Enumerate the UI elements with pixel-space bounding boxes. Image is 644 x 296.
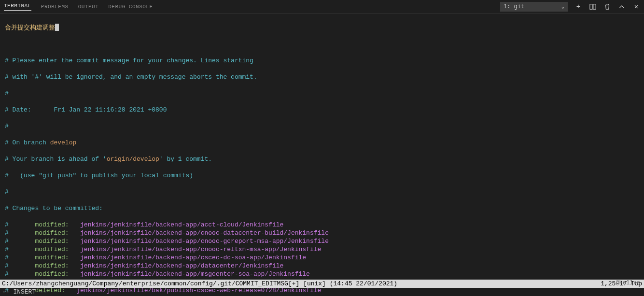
comment-hash: # — [5, 254, 35, 262]
file-entry: # modified: jenkins/jenkinsfile/backend-… — [5, 254, 639, 262]
changes-label: # Changes to be committed: — [5, 204, 103, 212]
terminal-selector-label: 1: git — [504, 3, 524, 10]
file-path: jenkins/jenkinsfile/backend-app/acct-clo… — [80, 221, 283, 229]
blank-line — [5, 40, 639, 48]
tab-problems[interactable]: PROBLEMS — [41, 4, 69, 10]
comment-line: # Please enter the commit message for yo… — [5, 56, 253, 65]
trash-icon[interactable] — [603, 3, 611, 11]
file-path: jenkins/jenkinsfile/backend-app/cnooc-gc… — [80, 237, 329, 245]
file-entry: # modified: jenkins/jenkinsfile/backend-… — [5, 270, 639, 278]
file-path: jenkins/jenkinsfile/backend-app/datacent… — [80, 262, 283, 270]
date-label: # Date: — [5, 106, 54, 114]
file-status: modified: — [35, 229, 80, 237]
terminal-controls: 1: git ⌄ + ✕ — [500, 2, 640, 12]
file-path: jenkins/jenkinsfile/backend-app/cscec-dc… — [80, 254, 306, 262]
comment-hash: # — [5, 188, 9, 196]
comment-hash: # — [5, 229, 35, 237]
file-entry: # modified: jenkins/jenkinsfile/backend-… — [5, 245, 639, 254]
file-entry: # modified: jenkins/jenkinsfile/backend-… — [5, 237, 639, 245]
file-status: modified: — [35, 221, 80, 229]
commit-message: 合并提交构建调整 — [5, 24, 55, 32]
vim-status-bar: C:/Users/zhangchenguang/Company/enterpri… — [0, 280, 644, 288]
comment-hash: # — [5, 221, 35, 229]
branch-name: develop — [50, 139, 77, 147]
ahead-prefix: # Your branch is ahead of ' — [5, 155, 107, 163]
svg-rect-0 — [590, 4, 592, 9]
terminal-content[interactable]: 合并提交构建调整 # Please enter the commit messa… — [0, 14, 644, 296]
tab-output[interactable]: OUTPUT — [78, 4, 99, 10]
file-entry: # modified: jenkins/jenkinsfile/backend-… — [5, 221, 639, 229]
file-path: jenkins/jenkinsfile/backend-app/cnooc-da… — [80, 229, 329, 237]
file-status: modified: — [35, 237, 80, 245]
comment-line: # with '#' will be ignored, and an empty… — [5, 73, 257, 81]
vim-mode: -- INSERT -- — [2, 288, 47, 296]
cursor-icon — [55, 24, 59, 31]
svg-rect-1 — [593, 4, 596, 9]
terminal-tab-bar: TERMINAL PROBLEMS OUTPUT DEBUG CONSOLE 1… — [0, 0, 644, 14]
tab-terminal[interactable]: TERMINAL — [4, 3, 31, 11]
file-status: modified: — [35, 262, 80, 270]
panel-tabs: TERMINAL PROBLEMS OUTPUT DEBUG CONSOLE — [4, 3, 153, 11]
watermark: @Hellxz — [616, 280, 640, 286]
tab-debug-console[interactable]: DEBUG CONSOLE — [108, 4, 153, 10]
file-status: modified: — [35, 254, 80, 262]
comment-hash: # — [5, 237, 35, 245]
on-branch-label: # On branch — [5, 139, 50, 147]
push-hint: # (use "git push" to publish your local … — [5, 171, 193, 180]
status-file-info: C:/Users/zhangchenguang/Company/enterpri… — [2, 280, 397, 288]
vim-mode-line: -- INSERT -- — [0, 288, 644, 296]
file-entry: # modified: jenkins/jenkinsfile/backend-… — [5, 229, 639, 237]
comment-hash: # — [5, 262, 35, 270]
comment-hash: # — [5, 245, 35, 254]
comment-hash: # — [5, 270, 35, 278]
split-icon[interactable] — [589, 3, 597, 11]
file-status: modified: — [35, 245, 80, 254]
file-entry: # modified: jenkins/jenkinsfile/backend-… — [5, 262, 639, 270]
ahead-suffix: ' by 1 commit. — [159, 155, 212, 163]
plus-icon[interactable]: + — [574, 3, 582, 11]
file-status: modified: — [35, 270, 80, 278]
chevron-up-icon[interactable] — [618, 3, 626, 11]
comment-hash: # — [5, 89, 9, 98]
terminal-selector[interactable]: 1: git ⌄ — [500, 2, 568, 12]
date-value: Fri Jan 22 11:16:28 2021 +0800 — [54, 106, 167, 114]
close-icon[interactable]: ✕ — [632, 3, 640, 11]
comment-hash: # — [5, 122, 9, 130]
remote-name: origin/develop — [107, 155, 159, 163]
file-path: jenkins/jenkinsfile/backend-app/cnooc-re… — [80, 245, 321, 254]
file-path: jenkins/jenkinsfile/backend-app/msgcente… — [80, 270, 310, 278]
chevron-down-icon: ⌄ — [561, 4, 564, 10]
